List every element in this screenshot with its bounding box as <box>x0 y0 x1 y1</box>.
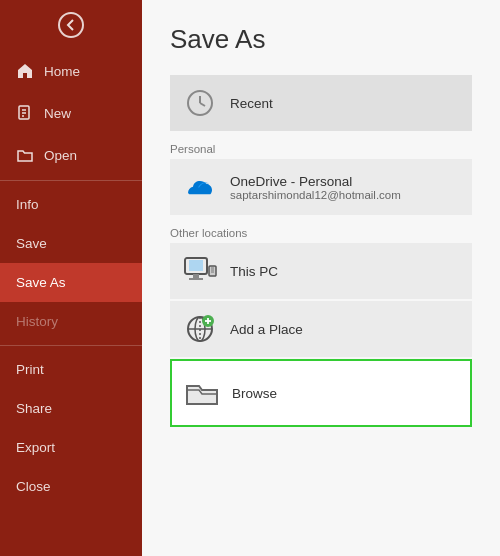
divider-2 <box>0 345 142 346</box>
recent-item[interactable]: Recent <box>170 75 472 131</box>
sidebar-item-save-label: Save <box>16 236 47 251</box>
clock-icon <box>182 85 218 121</box>
onedrive-name: OneDrive - Personal <box>230 174 401 189</box>
sidebar-item-new-label: New <box>44 106 71 121</box>
new-icon <box>16 104 34 122</box>
sidebar-item-open-label: Open <box>44 148 77 163</box>
onedrive-subtitle: saptarshimondal12@hotmail.com <box>230 189 401 201</box>
back-circle-icon <box>58 12 84 38</box>
svg-rect-9 <box>193 274 199 278</box>
page-title: Save As <box>170 24 472 55</box>
sidebar-item-info-label: Info <box>16 197 39 212</box>
browse-icon <box>184 375 220 411</box>
onedrive-text: OneDrive - Personal saptarshimondal12@ho… <box>230 174 401 201</box>
sidebar-item-history: History <box>0 302 142 341</box>
sidebar-item-export[interactable]: Export <box>0 428 142 467</box>
sidebar-item-open[interactable]: Open <box>0 134 142 176</box>
sidebar: Home New Open Info Save Save As <box>0 0 142 556</box>
onedrive-icon <box>182 169 218 205</box>
sidebar-item-close-label: Close <box>16 479 51 494</box>
svg-rect-10 <box>189 278 203 280</box>
sidebar-item-home[interactable]: Home <box>0 50 142 92</box>
svg-rect-8 <box>189 260 203 271</box>
open-icon <box>16 146 34 164</box>
home-icon <box>16 62 34 80</box>
sidebar-item-close[interactable]: Close <box>0 467 142 506</box>
browse-name: Browse <box>232 386 277 401</box>
recent-label: Recent <box>230 96 273 111</box>
sidebar-item-save-as[interactable]: Save As <box>0 263 142 302</box>
this-pc-name: This PC <box>230 264 278 279</box>
personal-section-label: Personal <box>170 133 472 159</box>
this-pc-item[interactable]: This PC <box>170 243 472 299</box>
add-place-name: Add a Place <box>230 322 303 337</box>
main-content: Save As Recent Personal OneDrive - Perso… <box>142 0 500 556</box>
this-pc-icon <box>182 253 218 289</box>
sidebar-item-export-label: Export <box>16 440 55 455</box>
add-place-item[interactable]: Add a Place <box>170 301 472 357</box>
browse-item[interactable]: Browse <box>170 359 472 427</box>
other-locations-label: Other locations <box>170 217 472 243</box>
sidebar-item-history-label: History <box>16 314 58 329</box>
sidebar-item-share-label: Share <box>16 401 52 416</box>
sidebar-item-home-label: Home <box>44 64 80 79</box>
add-place-icon <box>182 311 218 347</box>
sidebar-item-share[interactable]: Share <box>0 389 142 428</box>
onedrive-item[interactable]: OneDrive - Personal saptarshimondal12@ho… <box>170 159 472 215</box>
sidebar-item-print[interactable]: Print <box>0 350 142 389</box>
sidebar-item-new[interactable]: New <box>0 92 142 134</box>
svg-line-6 <box>200 103 205 106</box>
sidebar-item-save-as-label: Save As <box>16 275 66 290</box>
sidebar-item-info[interactable]: Info <box>0 185 142 224</box>
divider-1 <box>0 180 142 181</box>
back-button[interactable] <box>0 0 142 50</box>
sidebar-item-print-label: Print <box>16 362 44 377</box>
sidebar-item-save[interactable]: Save <box>0 224 142 263</box>
